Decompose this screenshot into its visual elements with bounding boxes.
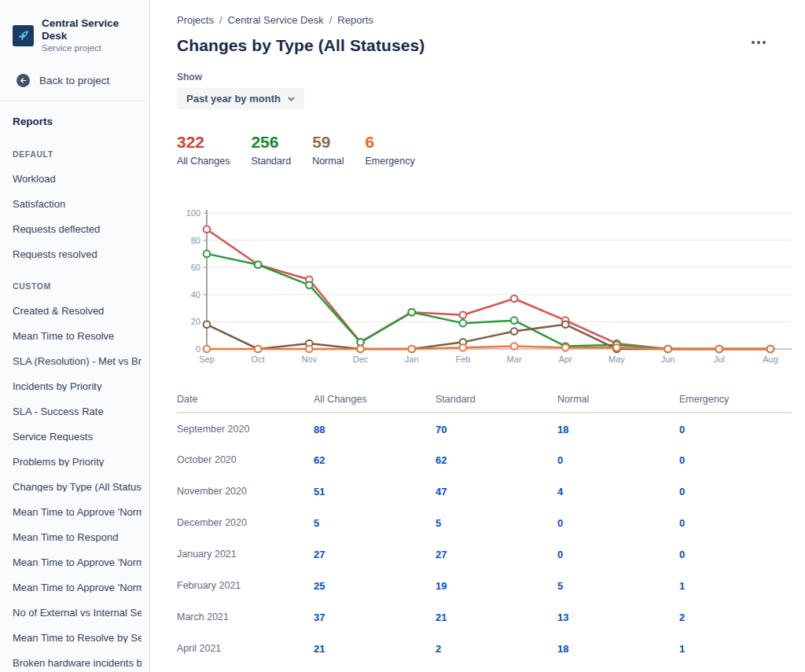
sidebar-item-mean-time-to-resolve-by-ser[interactable]: Mean Time to Resolve by Ser... bbox=[13, 633, 142, 643]
chart-point-emergency bbox=[716, 346, 723, 353]
chart-point-emergency bbox=[357, 346, 364, 353]
table-value-link[interactable]: 88 bbox=[314, 424, 325, 435]
table-value-link[interactable]: 5 bbox=[314, 517, 319, 529]
sidebar-item-problems-by-priority[interactable]: Problems by Priority bbox=[13, 457, 142, 467]
table-date-cell: January 2021 bbox=[177, 538, 304, 570]
sidebar-item-mean-time-to-approve-norm[interactable]: Mean Time to Approve 'Norm... bbox=[13, 507, 142, 517]
back-to-project-button[interactable]: Back to project bbox=[17, 74, 142, 87]
sidebar-item-workload[interactable]: Workload bbox=[13, 174, 142, 184]
table-date-cell: November 2020 bbox=[177, 476, 304, 507]
table-value-link[interactable]: 18 bbox=[557, 643, 568, 655]
chart-point-emergency bbox=[255, 346, 262, 353]
sidebar-group-label: DEFAULT bbox=[13, 149, 142, 159]
sidebar-item-service-requests[interactable]: Service Requests bbox=[13, 431, 142, 442]
table-value-link[interactable]: 25 bbox=[314, 580, 325, 592]
table-header-normal: Normal bbox=[548, 389, 670, 413]
table-value-link[interactable]: 47 bbox=[436, 486, 447, 498]
sidebar-item-sla-resolution-met-vs-bre[interactable]: SLA (Resolution) - Met vs Bre... bbox=[13, 356, 142, 366]
sidebar-item-changes-by-type-all-statuses[interactable]: Changes by Type (All Statuses) bbox=[13, 482, 142, 492]
breadcrumb-link[interactable]: Central Service Desk bbox=[228, 14, 324, 26]
table-value-link[interactable]: 0 bbox=[679, 454, 685, 466]
table-value-cell: 0 bbox=[670, 538, 792, 570]
table-value-cell: 62 bbox=[426, 444, 548, 476]
table-value-cell: 18 bbox=[548, 633, 670, 664]
table-row: November 2020514740 bbox=[177, 476, 792, 507]
sidebar-item-requests-resolved[interactable]: Requests resolved bbox=[13, 249, 142, 259]
table-value-link[interactable]: 70 bbox=[436, 424, 447, 435]
table-value-cell: 0 bbox=[670, 476, 792, 507]
sidebar-item-mean-time-to-resolve[interactable]: Mean Time to Resolve bbox=[13, 331, 142, 341]
chart-point-emergency bbox=[511, 343, 518, 350]
table-value-link[interactable]: 0 bbox=[557, 454, 563, 466]
table-value-link[interactable]: 21 bbox=[436, 611, 447, 623]
table-value-link[interactable]: 0 bbox=[679, 486, 685, 498]
table-value-cell: 0 bbox=[548, 444, 670, 476]
table-value-link[interactable]: 27 bbox=[436, 549, 447, 560]
table-value-link[interactable]: 0 bbox=[557, 517, 563, 529]
sidebar-item-created-resolved[interactable]: Created & Resolved bbox=[13, 306, 142, 316]
chart-point-standard bbox=[255, 262, 262, 269]
sidebar-item-broken-hardware-incidents-by[interactable]: Broken hardware incidents by... bbox=[13, 658, 142, 668]
table-value-cell: 70 bbox=[426, 413, 548, 444]
sidebar-item-requests-deflected[interactable]: Requests deflected bbox=[13, 224, 142, 234]
table-value-link[interactable]: 18 bbox=[557, 424, 568, 435]
table-value-link[interactable]: 2 bbox=[436, 643, 441, 655]
table-value-link[interactable]: 37 bbox=[314, 611, 325, 623]
table-body: September 20208870180October 2020626200N… bbox=[177, 413, 792, 672]
breadcrumb-link[interactable]: Reports bbox=[337, 14, 373, 26]
table-date-cell: February 2021 bbox=[177, 570, 304, 601]
table-value-link[interactable]: 62 bbox=[436, 454, 447, 466]
table-value-link[interactable]: 0 bbox=[679, 517, 685, 529]
axis-tick-label: Sep bbox=[199, 354, 215, 364]
summary-stats: 322All Changes256Standard59Normal6Emerge… bbox=[177, 132, 805, 167]
sidebar-item-incidents-by-priority[interactable]: Incidents by Priority bbox=[13, 381, 142, 391]
table-value-link[interactable]: 5 bbox=[436, 517, 441, 529]
sidebar-item-mean-time-to-respond[interactable]: Mean Time to Respond bbox=[13, 532, 142, 542]
table-value-link[interactable]: 51 bbox=[314, 486, 325, 498]
chart-point-standard bbox=[460, 320, 467, 327]
page-title: Changes by Type (All Statuses) bbox=[177, 36, 805, 55]
period-dropdown[interactable]: Past year by month bbox=[177, 88, 304, 109]
table-value-link[interactable]: 2 bbox=[679, 611, 685, 623]
sidebar-item-mean-time-to-approve-norm[interactable]: Mean Time to Approve 'Norm... bbox=[13, 582, 142, 593]
axis-tick-label: Jun bbox=[661, 354, 675, 364]
table-value-link[interactable]: 21 bbox=[314, 643, 325, 655]
chart-point-emergency bbox=[408, 346, 415, 353]
chart-point-normal bbox=[204, 321, 211, 329]
table-value-link[interactable]: 0 bbox=[557, 549, 563, 560]
table-value-link[interactable]: 1 bbox=[679, 643, 685, 655]
table-header-row: DateAll ChangesStandardNormalEmergency bbox=[177, 389, 792, 413]
sidebar-group-label: CUSTOM bbox=[13, 281, 142, 291]
axis-tick-label: Jul bbox=[714, 354, 725, 364]
table-row: May 20214301 bbox=[177, 664, 792, 672]
table-value-link[interactable]: 0 bbox=[679, 549, 685, 560]
table-header-date: Date bbox=[177, 389, 304, 413]
table-value-link[interactable]: 4 bbox=[557, 486, 563, 498]
more-actions-button[interactable] bbox=[747, 36, 770, 49]
axis-tick-label: 60 bbox=[191, 263, 200, 272]
sidebar-groups: DEFAULTWorkloadSatisfactionRequests defl… bbox=[13, 149, 142, 672]
sidebar-divider bbox=[0, 101, 150, 101]
table-header-standard: Standard bbox=[426, 389, 548, 413]
chart-line-all-changes bbox=[207, 230, 770, 349]
table-value-link[interactable]: 5 bbox=[557, 580, 563, 592]
table-row: December 20205500 bbox=[177, 507, 792, 538]
table-value-cell: 88 bbox=[304, 413, 426, 444]
stat-standard: 256Standard bbox=[251, 132, 291, 167]
sidebar-item-satisfaction[interactable]: Satisfaction bbox=[13, 199, 142, 209]
table-value-link[interactable]: 19 bbox=[436, 580, 447, 592]
table-header-emergency: Emergency bbox=[670, 389, 792, 413]
sidebar-item-sla-success-rate[interactable]: SLA - Success Rate bbox=[13, 406, 142, 417]
breadcrumb-link[interactable]: Projects bbox=[177, 14, 214, 26]
table-value-link[interactable]: 13 bbox=[557, 611, 568, 623]
table-value-cell: 1 bbox=[670, 570, 792, 601]
table-value-link[interactable]: 1 bbox=[679, 580, 685, 592]
sidebar-item-mean-time-to-approve-norm[interactable]: Mean Time to Approve 'Norm... bbox=[13, 557, 142, 567]
table-value-cell: 0 bbox=[670, 444, 792, 476]
table-value-link[interactable]: 0 bbox=[679, 424, 685, 435]
table-value-link[interactable]: 62 bbox=[314, 454, 325, 466]
sidebar-item-no-of-external-vs-internal-ser[interactable]: No of External vs Internal Ser... bbox=[13, 608, 142, 618]
table-date-cell: September 2020 bbox=[177, 413, 304, 444]
table-value-cell: 5 bbox=[548, 570, 670, 601]
table-value-link[interactable]: 27 bbox=[314, 549, 325, 560]
